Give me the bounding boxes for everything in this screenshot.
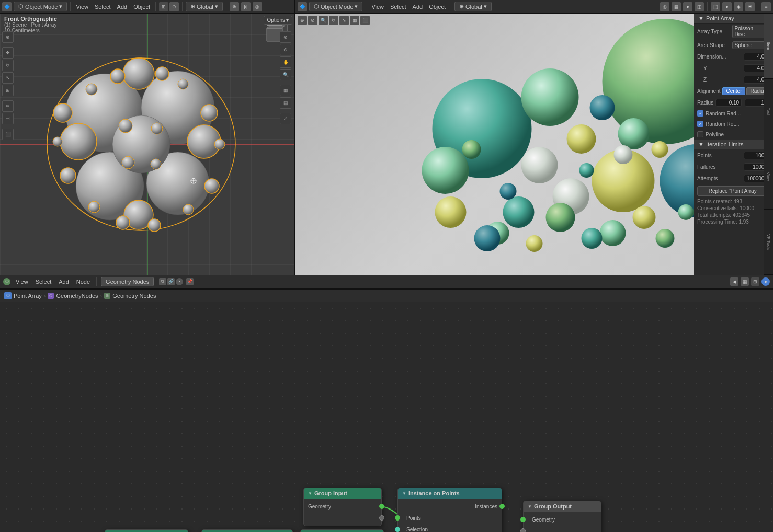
solid-icon[interactable]: ●: [722, 2, 732, 11]
vp-right-cursor[interactable]: ⊙: [308, 16, 317, 25]
v-tab-item[interactable]: Item: [764, 14, 773, 79]
gn-right-icon2[interactable]: ▦: [741, 277, 749, 286]
add-cube-tool[interactable]: ⬛: [2, 129, 14, 140]
socket-instances-out[interactable]: [499, 504, 505, 509]
v-tab-tool[interactable]: Tool: [764, 79, 773, 144]
zoom-btn[interactable]: 🔍: [280, 69, 291, 80]
gn-close-btn[interactable]: ×: [176, 278, 183, 285]
menu-view-right[interactable]: View: [369, 4, 386, 10]
area-shape-label: Area Shape: [697, 42, 730, 48]
menu-select-left[interactable]: Select: [93, 4, 113, 10]
shading-icon[interactable]: ●: [683, 2, 692, 11]
collapse-icon[interactable]: ▼: [528, 504, 532, 509]
snap-icon[interactable]: ⊞: [159, 2, 168, 11]
socket-geometry-out[interactable]: [379, 504, 384, 509]
vp-right-zoom[interactable]: 🔍: [319, 16, 328, 25]
bc-point-array[interactable]: Point Array: [14, 293, 42, 299]
gn-right-icon3[interactable]: ⊞: [751, 277, 759, 286]
gn-right-icon4[interactable]: ●: [761, 277, 770, 286]
menu-icon-right[interactable]: ≡: [761, 2, 771, 11]
scale-tool[interactable]: ⤡: [2, 72, 14, 84]
annotate-tool[interactable]: ✏: [2, 100, 14, 112]
viewport-left-options[interactable]: Options ▾: [264, 16, 292, 25]
render-type-btn[interactable]: ▤: [280, 97, 291, 109]
ico-sphere-header[interactable]: ▼ Ico Sphere: [105, 530, 188, 532]
radius-val1[interactable]: 0.10: [715, 99, 742, 107]
object-mode-right[interactable]: ⬡ Object Mode ▾: [309, 2, 362, 11]
socket-selection-in[interactable]: [395, 527, 400, 532]
gn-link-icon[interactable]: 🔗: [167, 278, 175, 285]
cursor-tool[interactable]: ⊕: [2, 31, 14, 43]
render-preview-icon[interactable]: ☀: [745, 2, 755, 11]
vp-right-nav[interactable]: ⊕: [298, 16, 307, 25]
cursor-btn[interactable]: ⊙: [280, 44, 291, 55]
bc-gn-label[interactable]: Geometry Nodes: [112, 293, 156, 299]
vp-right-move[interactable]: ⤡: [339, 16, 349, 25]
align-center-btn[interactable]: Center: [722, 87, 745, 95]
gn-right-icon1[interactable]: ◀: [730, 277, 738, 286]
xray-icon[interactable]: ◫: [695, 2, 704, 11]
instance-on-points-header[interactable]: ▼ Instance on Points: [398, 488, 502, 499]
cursor-icon[interactable]: ⊗: [230, 2, 239, 11]
group-output-title: Group Output: [534, 503, 572, 510]
group-input-header[interactable]: ▼ Group Input: [304, 488, 381, 499]
iteration-collapse-icon[interactable]: ▼: [698, 141, 704, 147]
frame-btn[interactable]: ▦: [280, 85, 291, 96]
move-tool[interactable]: ✥: [2, 47, 14, 59]
collapse-icon[interactable]: ▼: [308, 491, 312, 496]
gn-copy-icon[interactable]: ⧉: [159, 278, 166, 285]
gn-menu-select[interactable]: Select: [33, 279, 54, 285]
transform-tool[interactable]: ⊞: [2, 85, 14, 96]
svg-point-46: [526, 235, 543, 252]
menu-object-right[interactable]: Object: [427, 4, 448, 10]
render-icon[interactable]: ▦: [672, 2, 681, 11]
dim-y-row: Y 4.00: [694, 62, 773, 74]
wire-icon[interactable]: ⬚: [711, 2, 720, 11]
group-output-header[interactable]: ▼ Group Output: [524, 501, 601, 512]
sm-header[interactable]: ▼ Set Material: [301, 530, 383, 532]
v-tab-vftools[interactable]: VF Tools: [764, 210, 773, 275]
section-collapse-icon[interactable]: ▼: [698, 15, 704, 21]
gn-menu-add[interactable]: Add: [56, 279, 71, 285]
menu-select-right[interactable]: Select: [388, 4, 408, 10]
overlay-icon[interactable]: ◎: [253, 2, 262, 11]
menu-object-left[interactable]: Object: [131, 4, 152, 10]
menu-view-left[interactable]: View: [74, 4, 90, 10]
gn-pin-icon[interactable]: 📌: [186, 278, 194, 285]
node-canvas[interactable]: ▼ Group Input Geometry ▼ Insta: [0, 302, 773, 532]
measure-tool[interactable]: ⊣: [2, 113, 14, 124]
menu-add-right[interactable]: Add: [411, 4, 425, 10]
vp-right-render[interactable]: ⬛: [360, 16, 370, 25]
viewport-left[interactable]: Front Orthographic (1) Scene | Point Arr…: [0, 14, 295, 275]
socket-points-in[interactable]: [395, 515, 400, 521]
v-tab-view[interactable]: View: [764, 144, 773, 210]
rotate-tool[interactable]: ↻: [2, 60, 14, 71]
bc-geometry-nodes[interactable]: GeometryNodes: [56, 293, 98, 299]
transform-global-right[interactable]: ⊕Global▾: [454, 2, 492, 11]
transform-global[interactable]: ⊕Global▾: [186, 2, 223, 11]
grab-btn[interactable]: ✋: [280, 56, 291, 68]
viewport-right[interactable]: Options ▾ ⊕ ⊙ 🔍 ↻ ⤡ ▦ ⬛ ▼ Point Array Ar…: [295, 14, 773, 275]
snap-mode-icon[interactable]: |/|: [241, 2, 251, 11]
socket-go-empty[interactable]: [520, 528, 526, 532]
vp-right-rotate[interactable]: ↻: [329, 16, 338, 25]
replace-button[interactable]: Replace "Point Array": [697, 186, 770, 196]
collapse-icon[interactable]: ▼: [402, 491, 406, 496]
fullscreen-btn[interactable]: ⤢: [280, 113, 291, 124]
gn-tab[interactable]: Geometry Nodes: [101, 277, 154, 286]
random-rot-checkbox[interactable]: ✓: [697, 121, 703, 127]
polyline-checkbox[interactable]: [697, 131, 703, 137]
overlay-right-icon[interactable]: ◎: [660, 2, 669, 11]
gn-menu-view[interactable]: View: [14, 279, 30, 285]
lc-icon[interactable]: ◈: [734, 2, 743, 11]
proportional-edit-icon[interactable]: ⊙: [169, 2, 179, 11]
view-select-btn[interactable]: ⊛: [280, 31, 291, 43]
socket-go-geometry-in[interactable]: [520, 517, 526, 522]
random-rad-checkbox[interactable]: ✓: [697, 110, 703, 117]
vp-right-frame[interactable]: ▦: [350, 16, 359, 25]
menu-add-left[interactable]: Add: [115, 4, 130, 10]
gn-menu-node[interactable]: Node: [74, 279, 92, 285]
socket-empty-out[interactable]: [379, 515, 384, 521]
object-mode-left[interactable]: ⬡ Object Mode ▾: [14, 2, 67, 11]
sss-header[interactable]: ▼ Set Shade Smooth: [202, 530, 292, 532]
